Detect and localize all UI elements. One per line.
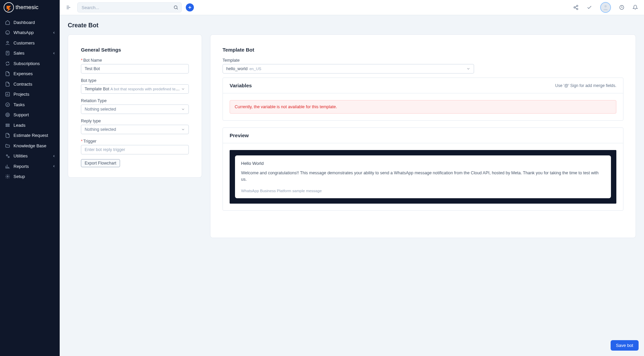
svg-point-15 (6, 155, 7, 156)
sidebar-item-leads[interactable]: Leads (0, 120, 60, 130)
check-icon[interactable] (585, 3, 594, 12)
chevron-down-icon (466, 67, 470, 71)
template-select[interactable]: hello_world en_US (223, 64, 474, 73)
svg-point-16 (8, 156, 9, 158)
preview-header: Hello World (241, 161, 605, 166)
sidebar-item-setup[interactable]: Setup (0, 172, 60, 182)
sidebar-item-label: Expenses (13, 71, 33, 76)
sidebar-item-projects[interactable]: Projects (0, 89, 60, 100)
sidebar-item-dashboard[interactable]: Dashboard (0, 17, 60, 28)
reply-type-select[interactable]: Nothing selected (81, 125, 189, 134)
bar-chart-icon (5, 164, 10, 169)
sidebar-item-reports[interactable]: Reports (0, 161, 60, 172)
preview-message: Hello World Welcome and congratulations!… (235, 155, 611, 198)
sidebar-item-customers[interactable]: Customers (0, 38, 60, 48)
reply-type-label: Reply type (81, 119, 189, 123)
sidebar-item-label: Utilities (13, 153, 28, 158)
bot-type-label: Bot type (81, 78, 189, 83)
relation-type-select[interactable]: Nothing selected (81, 105, 189, 114)
sidebar-item-label: WhatsApp (13, 30, 34, 35)
user-icon (5, 40, 10, 46)
preview-card: Preview Hello World Welcome and congratu… (223, 127, 623, 211)
sidebar-item-label: Reports (13, 164, 29, 169)
sidebar-item-estimate-request[interactable]: Estimate Request (0, 130, 60, 141)
svg-point-31 (577, 8, 578, 10)
sidebar-item-sales[interactable]: Sales (0, 48, 60, 59)
doc-icon (5, 133, 10, 138)
preview-title: Preview (230, 132, 249, 138)
sidebar-item-label: Customers (13, 40, 35, 46)
doc-icon (5, 71, 10, 76)
sidebar-item-expenses[interactable]: Expenses (0, 69, 60, 79)
trigger-label: *Trigger (81, 139, 189, 144)
trigger-input[interactable] (81, 145, 189, 154)
svg-line-32 (575, 6, 577, 7)
preview-footer: WhatsApp Business Platform sample messag… (241, 189, 605, 193)
sidebar-item-support[interactable]: Support (0, 110, 60, 120)
menu-toggle-icon[interactable] (64, 3, 73, 12)
clock-icon[interactable] (617, 3, 626, 12)
brand-logo[interactable]: themesic (0, 0, 60, 15)
preview-box: Hello World Welcome and congratulations!… (230, 150, 616, 204)
nav-list: DashboardWhatsAppCustomersSalesSubscript… (0, 15, 60, 182)
folder-icon (5, 143, 10, 148)
chevron-left-icon (52, 52, 56, 55)
sidebar-item-label: Dashboard (13, 20, 35, 25)
svg-point-1 (5, 31, 9, 34)
gear-icon (5, 174, 10, 179)
topbar (60, 0, 644, 15)
template-title: Template Bot (223, 47, 623, 53)
chart-icon (5, 92, 10, 97)
svg-line-26 (177, 8, 178, 9)
sidebar-item-label: Estimate Request (13, 133, 48, 138)
gears-icon (5, 153, 10, 158)
sidebar-item-label: Support (13, 112, 29, 117)
sidebar-item-label: Tasks (13, 102, 25, 107)
sidebar-item-subscriptions[interactable]: Subscriptions (0, 58, 60, 69)
content: Create Bot General Settings *Bot Name Bo… (60, 15, 644, 245)
file-icon (5, 51, 10, 56)
variables-card: Variables Use '@' Sign for add merge fie… (223, 78, 623, 121)
avatar[interactable] (600, 2, 611, 13)
variables-title: Variables (230, 83, 252, 88)
relation-type-label: Relation Type (81, 98, 189, 103)
sidebar-item-tasks[interactable]: Tasks (0, 99, 60, 110)
search-icon[interactable] (173, 5, 178, 10)
sidebar-item-contracts[interactable]: Contracts (0, 79, 60, 89)
check-circle-icon (5, 102, 10, 107)
refresh-icon (5, 61, 10, 66)
home-icon (5, 20, 10, 25)
svg-line-33 (575, 8, 577, 9)
sidebar-item-label: Sales (13, 51, 25, 56)
brand-name: themesic (16, 4, 38, 11)
svg-rect-14 (6, 126, 9, 127)
share-icon[interactable] (571, 3, 581, 12)
svg-point-11 (5, 113, 9, 117)
bot-name-input[interactable] (81, 64, 189, 73)
svg-point-2 (7, 41, 8, 43)
sidebar-item-whatsapp[interactable]: WhatsApp (0, 28, 60, 38)
svg-rect-13 (6, 124, 9, 125)
sidebar-item-knowledge-base[interactable]: Knowledge Base (0, 141, 60, 151)
bot-type-select[interactable]: Template Bot A bot that responds with pr… (81, 84, 189, 94)
add-button[interactable] (186, 3, 194, 11)
variables-hint: Use '@' Sign for add merge fields. (555, 83, 616, 88)
save-bot-button[interactable]: Save bot (611, 340, 639, 351)
sidebar-item-label: Leads (13, 123, 25, 128)
sidebar-item-label: Knowledge Base (13, 143, 47, 148)
bell-icon[interactable] (631, 3, 640, 12)
svg-point-25 (174, 6, 177, 9)
doc-icon (5, 82, 10, 87)
svg-point-10 (5, 103, 9, 107)
general-settings-card: General Settings *Bot Name Bot type Temp… (68, 34, 202, 178)
export-flowchart-button[interactable]: Export Flowchart (81, 159, 120, 167)
search-input[interactable] (77, 2, 182, 12)
svg-point-34 (605, 5, 607, 7)
sidebar-item-label: Contracts (13, 82, 32, 87)
sidebar: themesic DashboardWhatsAppCustomersSales… (0, 0, 60, 356)
variables-error-alert: Currently, the variable is not available… (230, 100, 616, 114)
template-bot-card: Template Bot Template hello_world en_US … (210, 34, 636, 238)
template-label: Template (223, 58, 623, 63)
sidebar-item-utilities[interactable]: Utilities (0, 151, 60, 161)
svg-point-30 (574, 7, 575, 8)
